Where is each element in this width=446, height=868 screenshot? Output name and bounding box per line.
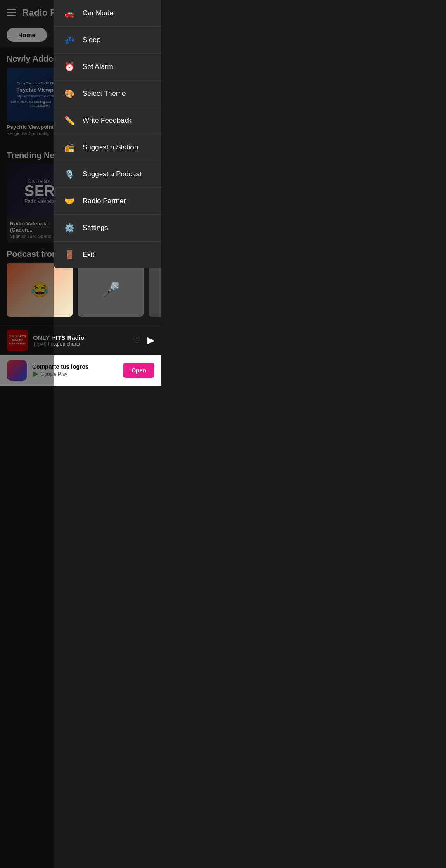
ad-open-button[interactable]: Open [123, 363, 154, 378]
menu-item-exit[interactable]: 🚪 Exit [54, 242, 161, 268]
feedback-label: Write Feedback [83, 116, 132, 125]
suggest-station-icon: 📻 [64, 142, 75, 153]
settings-icon: ⚙️ [64, 222, 75, 234]
partner-label: Radio Partner [83, 197, 126, 205]
comedy-card-3[interactable]: 🎭 [149, 263, 161, 317]
car-mode-icon: 🚗 [64, 7, 75, 19]
sleep-label: Sleep [83, 36, 100, 44]
theme-icon: 🎨 [64, 88, 75, 100]
suggest-podcast-icon: 🎙️ [64, 168, 75, 180]
exit-label: Exit [83, 251, 94, 259]
menu-item-write-feedback[interactable]: ✏️ Write Feedback [54, 107, 161, 134]
feedback-icon: ✏️ [64, 115, 75, 126]
menu-item-car-mode[interactable]: 🚗 Car Mode [54, 0, 161, 27]
car-mode-label: Car Mode [83, 9, 114, 17]
suggest-station-label: Suggest a Station [83, 143, 138, 152]
menu-item-suggest-podcast[interactable]: 🎙️ Suggest a Podcast [54, 161, 161, 188]
menu-item-sleep[interactable]: 💤 Sleep [54, 27, 161, 54]
theme-label: Select Theme [83, 90, 126, 98]
menu-item-suggest-station[interactable]: 📻 Suggest a Station [54, 134, 161, 161]
menu-item-set-alarm[interactable]: ⏰ Set Alarm [54, 54, 161, 81]
menu-item-settings[interactable]: ⚙️ Settings [54, 215, 161, 242]
menu-item-radio-partner[interactable]: 🤝 Radio Partner [54, 188, 161, 215]
comedy-card-2[interactable]: 🎤 [78, 263, 144, 317]
partner-icon: 🤝 [64, 195, 75, 207]
alarm-icon: ⏰ [64, 61, 75, 73]
dim-overlay[interactable] [0, 0, 54, 868]
alarm-label: Set Alarm [83, 63, 113, 71]
now-playing-controls: ♡ ▶ [133, 335, 154, 346]
suggest-podcast-label: Suggest a Podcast [83, 170, 142, 178]
favorite-button[interactable]: ♡ [133, 335, 141, 346]
play-button[interactable]: ▶ [147, 335, 154, 346]
dropdown-menu: 🚗 Car Mode 💤 Sleep ⏰ Set Alarm 🎨 Select … [54, 0, 161, 268]
exit-icon: 🚪 [64, 249, 75, 261]
sleep-icon: 💤 [64, 34, 75, 46]
settings-label: Settings [83, 224, 108, 232]
menu-item-select-theme[interactable]: 🎨 Select Theme [54, 81, 161, 107]
